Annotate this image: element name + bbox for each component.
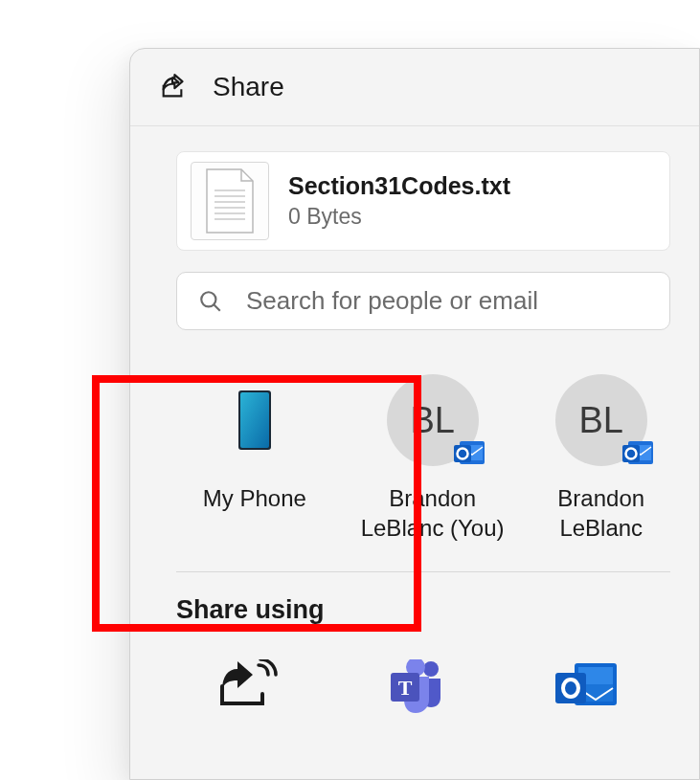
search-icon — [198, 289, 223, 314]
share-app-teams[interactable]: T — [387, 659, 448, 717]
svg-rect-9 — [240, 392, 269, 448]
svg-text:T: T — [398, 676, 413, 700]
teams-icon: T — [387, 659, 448, 717]
share-target-label: My Phone — [203, 483, 306, 513]
svg-rect-25 — [555, 673, 586, 703]
share-target-my-phone[interactable]: My Phone — [176, 374, 333, 543]
search-input[interactable] — [246, 286, 648, 316]
share-target-label: Brandon LeBlanc — [532, 483, 670, 543]
share-app-outlook[interactable] — [553, 659, 619, 717]
share-target-contact-you[interactable]: BL Brandon LeBlanc (You) — [354, 374, 511, 543]
avatar-initials: BL — [410, 400, 454, 441]
avatar-initials: BL — [578, 400, 622, 441]
file-size: 0 Bytes — [288, 204, 510, 230]
file-info: Section31Codes.txt 0 Bytes — [288, 172, 510, 230]
outlook-badge-icon — [452, 435, 486, 470]
svg-point-18 — [423, 661, 439, 677]
file-name: Section31Codes.txt — [288, 172, 510, 200]
share-targets-row: My Phone BL — [176, 374, 670, 572]
share-app-nearby[interactable] — [215, 659, 282, 717]
share-using-heading: Share using — [176, 595, 670, 625]
file-icon — [191, 162, 269, 240]
file-card[interactable]: Section31Codes.txt 0 Bytes — [176, 151, 670, 251]
share-target-contact[interactable]: BL Brandon LeBlanc — [532, 374, 670, 543]
phone-icon — [209, 374, 301, 466]
dialog-body: Section31Codes.txt 0 Bytes — [130, 126, 699, 717]
avatar: BL — [555, 374, 647, 466]
dialog-title: Share — [213, 72, 284, 102]
outlook-icon — [553, 659, 619, 717]
share-target-label: Brandon LeBlanc (You) — [354, 483, 511, 543]
share-icon — [159, 74, 186, 100]
share-apps-row: T — [176, 659, 670, 717]
outlook-badge-icon — [621, 435, 655, 470]
share-dialog: Share Section31Codes.txt 0 Bytes — [129, 48, 700, 780]
nearby-sharing-icon — [215, 659, 282, 711]
avatar: BL — [387, 374, 479, 466]
search-box[interactable] — [176, 272, 670, 330]
svg-line-7 — [214, 304, 220, 311]
svg-point-6 — [201, 292, 215, 306]
dialog-header: Share — [130, 49, 699, 126]
